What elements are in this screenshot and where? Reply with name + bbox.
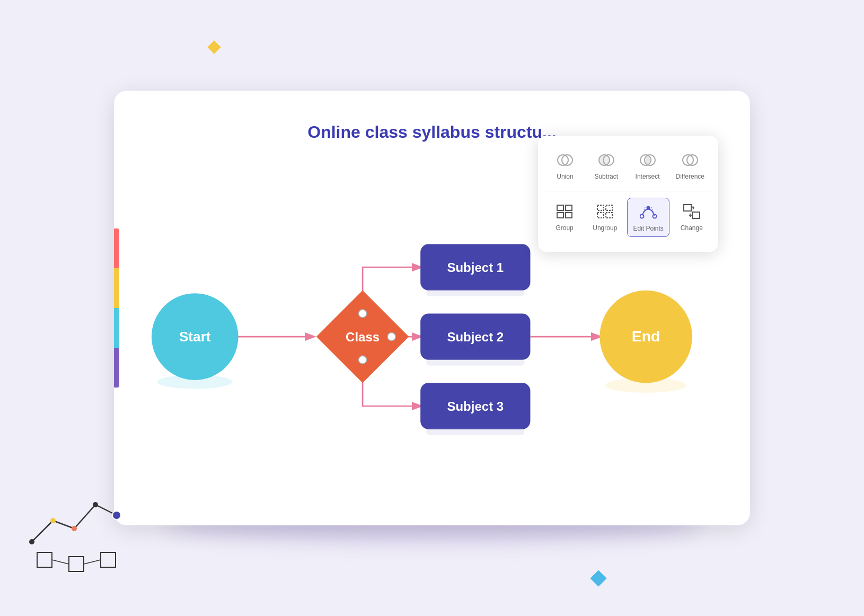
change-label: Change — [681, 224, 703, 232]
svg-point-3 — [93, 502, 98, 507]
svg-rect-33 — [597, 205, 604, 210]
toolbar-item-union[interactable]: Union — [546, 146, 584, 184]
deco-blue-diamond — [590, 570, 606, 586]
deco-bottom-left — [27, 489, 143, 574]
svg-rect-34 — [606, 205, 612, 210]
svg-point-17 — [605, 378, 686, 393]
svg-point-24 — [646, 156, 650, 164]
svg-rect-14 — [426, 359, 524, 366]
deco-yellow-diamond — [207, 40, 221, 54]
svg-point-2 — [72, 526, 77, 531]
svg-rect-32 — [566, 213, 572, 218]
toolbar-popup: Union Subtract — [538, 136, 718, 252]
subject1-label: Subject 1 — [447, 260, 504, 275]
svg-rect-36 — [606, 213, 612, 218]
edit-points-icon — [639, 203, 658, 222]
class-label: Class — [346, 330, 380, 344]
toolbar-divider — [546, 191, 710, 191]
class-connector-bottom — [358, 356, 366, 364]
edit-points-label: Edit Points — [633, 225, 663, 232]
toolbar-item-change[interactable]: Change — [674, 198, 710, 237]
start-label: Start — [179, 329, 211, 345]
toolbar-item-edit-points[interactable]: Edit Points — [627, 198, 669, 237]
svg-rect-42 — [684, 205, 691, 211]
union-icon — [556, 151, 575, 170]
subject2-label: Subject 2 — [447, 330, 504, 344]
svg-rect-7 — [101, 552, 116, 567]
canvas-wrapper: Online class syllabus structu... — [114, 91, 750, 525]
svg-point-39 — [647, 206, 650, 210]
ungroup-label: Ungroup — [593, 224, 617, 232]
svg-line-8 — [52, 560, 69, 564]
svg-rect-5 — [37, 552, 52, 567]
end-label: End — [632, 328, 660, 345]
canvas-main: Online class syllabus structu... — [114, 91, 750, 525]
difference-icon — [681, 151, 700, 170]
toolbar-row-1: Union Subtract — [546, 146, 710, 184]
svg-rect-30 — [566, 205, 572, 210]
subtract-label: Subtract — [594, 173, 618, 180]
svg-rect-35 — [597, 213, 604, 218]
subtract-icon — [597, 151, 616, 170]
group-label: Group — [556, 224, 573, 232]
svg-point-1 — [50, 518, 56, 523]
union-label: Union — [557, 173, 573, 180]
class-connector-top — [358, 310, 366, 318]
subject3-label: Subject 3 — [447, 399, 504, 413]
intersect-label: Intersect — [636, 173, 660, 180]
svg-rect-43 — [692, 212, 700, 218]
svg-rect-13 — [426, 289, 524, 296]
toolbar-item-intersect[interactable]: Intersect — [629, 146, 666, 184]
svg-rect-6 — [69, 557, 84, 571]
svg-point-0 — [29, 539, 34, 544]
svg-point-4 — [112, 511, 121, 520]
toolbar-item-group[interactable]: Group — [546, 198, 583, 237]
ungroup-icon — [595, 202, 614, 221]
toolbar-item-difference[interactable]: Difference — [671, 146, 710, 184]
toolbar-row-2: Group Ungroup — [546, 198, 710, 237]
class-connector-right — [387, 332, 395, 340]
svg-rect-29 — [557, 205, 563, 210]
svg-rect-15 — [426, 428, 524, 435]
toolbar-item-subtract[interactable]: Subtract — [588, 146, 625, 184]
svg-rect-31 — [557, 213, 563, 218]
change-icon — [682, 202, 701, 221]
svg-line-9 — [84, 560, 101, 564]
intersect-icon — [638, 151, 657, 170]
group-icon — [555, 202, 574, 221]
difference-label: Difference — [676, 173, 704, 180]
svg-point-16 — [157, 375, 233, 389]
toolbar-item-ungroup[interactable]: Ungroup — [587, 198, 623, 237]
